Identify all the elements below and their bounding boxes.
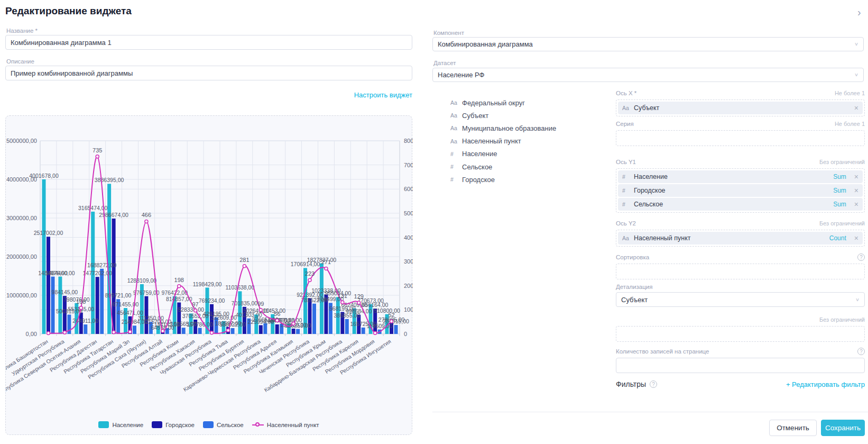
collapse-panel-icon[interactable]: › (857, 6, 861, 19)
svg-text:700: 700 (404, 162, 413, 168)
svg-text:56: 56 (274, 311, 280, 317)
number-field-icon: # (622, 187, 630, 194)
axis-x-limit: Не более 1 (835, 90, 865, 96)
svg-text:52: 52 (388, 312, 394, 318)
text-field-icon: Аа (450, 112, 458, 119)
aggregation-label[interactable]: Sum (833, 173, 846, 180)
svg-text:200: 200 (404, 283, 413, 289)
svg-text:131: 131 (338, 293, 347, 299)
series-swatch-icon (152, 421, 162, 428)
field-item[interactable]: #Городское (450, 173, 609, 186)
svg-text:300: 300 (404, 258, 413, 265)
svg-text:281: 281 (239, 257, 249, 263)
series-swatch-icon (98, 421, 109, 428)
svg-text:3000000,00: 3000000,00 (6, 215, 37, 221)
chip-label: Населенный пункт (634, 234, 826, 242)
configure-widget-link[interactable]: Настроить виджет (354, 91, 412, 99)
field-label: Федеральный округ (462, 99, 525, 107)
filters-section: Фильтры ? + Редактировать фильтр (616, 380, 865, 388)
svg-text:108: 108 (76, 298, 86, 305)
number-field-icon: # (622, 174, 630, 180)
aggregation-label[interactable]: Sum (833, 201, 846, 208)
svg-text:1688272,00: 1688272,00 (87, 262, 117, 268)
extra-limit-section: Без ограничений (616, 315, 865, 342)
page-size-section: Количество записей на странице ? (616, 347, 865, 373)
description-input[interactable] (5, 66, 412, 80)
svg-text:129: 129 (354, 293, 364, 300)
axis-y2-label: Ось Y2 (616, 220, 636, 226)
series-label: Серия (616, 121, 634, 127)
legend-item[interactable]: Городское (152, 421, 195, 428)
svg-text:976759,00: 976759,00 (133, 289, 160, 296)
axis-y2-dropzone[interactable]: АаНаселенный пунктCount× (616, 230, 865, 247)
legend-item[interactable]: Сельское (203, 421, 244, 428)
field-chip[interactable]: #СельскоеSum× (618, 198, 863, 211)
field-item[interactable]: АаСубъект (450, 109, 609, 122)
text-field-icon: Аа (622, 235, 630, 241)
cancel-button[interactable]: Отменить (769, 420, 817, 436)
field-item[interactable]: АаФедеральный округ (450, 96, 609, 109)
plus-icon: + (786, 380, 790, 388)
svg-text:528338,00: 528338,00 (178, 306, 204, 313)
remove-chip-icon[interactable]: × (854, 173, 858, 181)
name-input[interactable] (5, 35, 412, 50)
page-size-input[interactable] (616, 358, 865, 373)
combo-chart: 01002003004005006007008000,001000000,002… (6, 116, 413, 415)
help-icon[interactable]: ? (857, 348, 865, 355)
field-chip[interactable]: АаСубъект× (618, 102, 863, 114)
svg-text:769234,00: 769234,00 (199, 297, 225, 304)
footer-divider (432, 412, 868, 412)
legend-item[interactable]: Население (98, 421, 143, 428)
field-item[interactable]: #Население (450, 148, 609, 160)
svg-text:800: 800 (404, 138, 413, 144)
sorting-label: Сортировка (616, 254, 649, 260)
detail-label: Детализация (616, 284, 865, 290)
svg-text:899721,00: 899721,00 (105, 292, 132, 298)
axis-y2-section: Ось Y2 Без ограничений АаНаселенный пунк… (616, 219, 865, 247)
component-select[interactable]: Комбинированная диаграмма ∨ (432, 37, 864, 51)
remove-chip-icon[interactable]: × (854, 200, 858, 209)
detail-section: Детализация Субъект ∨ (616, 284, 865, 307)
field-label: Сельское (462, 163, 492, 171)
axis-x-dropzone[interactable]: АаСубъект× (616, 99, 865, 116)
detail-select[interactable]: Субъект ∨ (616, 292, 865, 307)
legend-item[interactable]: Населенный пункт (252, 422, 319, 428)
field-chip[interactable]: #ГородскоеSum× (618, 184, 863, 197)
sorting-dropzone[interactable] (616, 264, 865, 279)
svg-text:656164,00: 656164,00 (362, 302, 389, 308)
remove-chip-icon[interactable]: × (854, 234, 858, 242)
svg-text:466: 466 (142, 212, 151, 218)
field-item[interactable]: #Сельское (450, 160, 609, 173)
remove-chip-icon[interactable]: × (854, 104, 858, 112)
chip-label: Население (634, 173, 829, 180)
svg-text:400: 400 (404, 234, 413, 241)
remove-chip-icon[interactable]: × (854, 186, 858, 195)
svg-text:1198429,00: 1198429,00 (193, 281, 222, 287)
dataset-fields-list: АаФедеральный округАаСубъектАаМуниципаль… (450, 96, 609, 186)
aggregation-label[interactable]: Sum (833, 187, 846, 194)
aggregation-label[interactable]: Count (829, 234, 846, 242)
field-chip[interactable]: #НаселениеSum× (618, 170, 863, 183)
axis-y1-dropzone[interactable]: #НаселениеSum×#ГородскоеSum×#СельскоеSum… (616, 168, 865, 213)
field-label: Субъект (462, 112, 488, 120)
widget-preview: 01002003004005006007008000,001000000,002… (5, 115, 412, 435)
svg-text:3886395,00: 3886395,00 (95, 177, 124, 183)
field-label: Городское (462, 176, 495, 184)
number-field-icon: # (622, 201, 630, 207)
dataset-select[interactable]: Население РФ ∨ (432, 68, 864, 82)
field-chip[interactable]: АаНаселенный пунктCount× (618, 232, 863, 244)
edit-filter-link[interactable]: + Редактировать фильтр (786, 380, 865, 388)
svg-text:386855,00: 386855,00 (334, 312, 360, 319)
extra-dropzone[interactable] (616, 326, 865, 342)
svg-text:128253,00: 128253,00 (285, 322, 311, 329)
svg-text:5000000,00: 5000000,00 (6, 138, 37, 144)
series-dropzone[interactable] (616, 130, 865, 146)
help-icon[interactable]: ? (857, 253, 865, 261)
field-item[interactable]: АаНаселенный пункт (450, 135, 609, 148)
save-button[interactable]: Сохранить (821, 420, 865, 436)
field-item[interactable]: АаМуниципальное образование (450, 122, 609, 134)
help-icon[interactable]: ? (650, 380, 657, 388)
number-field-icon: # (450, 176, 458, 183)
description-label: Описание (6, 58, 34, 65)
svg-text:735: 735 (93, 147, 102, 153)
